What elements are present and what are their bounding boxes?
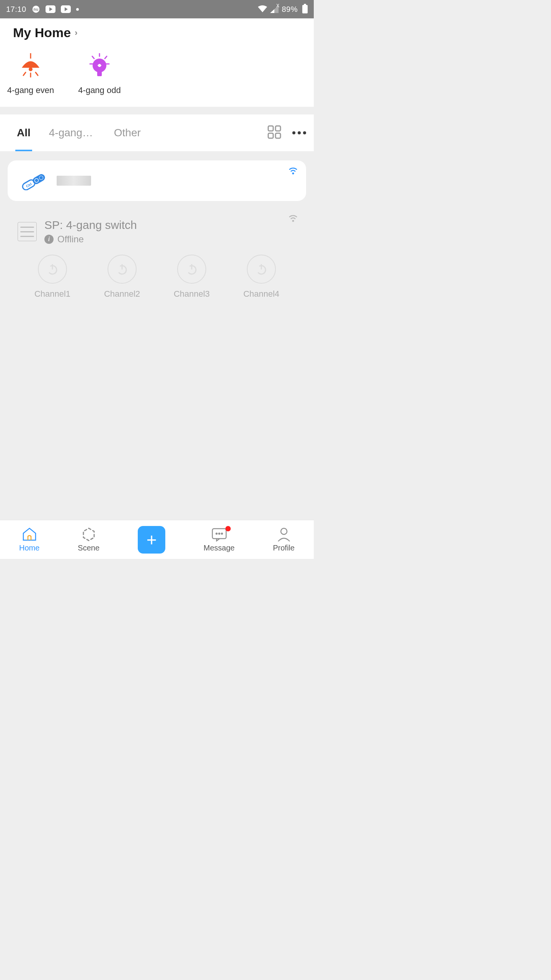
tab-room[interactable]: 4-gang s… [40, 114, 105, 151]
more-icon[interactable] [292, 131, 306, 134]
profile-icon [277, 527, 291, 542]
svg-rect-15 [97, 72, 102, 76]
svg-marker-35 [83, 528, 94, 541]
scene-label: 4-gang even [7, 85, 54, 95]
device-icon: Ctrl [18, 171, 48, 190]
add-device-button[interactable]: + [138, 526, 165, 554]
home-icon [22, 527, 37, 542]
youtube-icon [46, 5, 55, 13]
svg-rect-16 [268, 126, 273, 131]
app-header: My Home › [0, 18, 314, 40]
svg-line-11 [105, 56, 107, 59]
svg-line-10 [92, 56, 94, 59]
notification-badge [225, 526, 231, 531]
notif-icon: nu [32, 5, 40, 13]
nav-profile[interactable]: Profile [273, 527, 295, 552]
switch-icon [18, 222, 37, 241]
youtube-icon [61, 5, 71, 13]
nav-message[interactable]: Message [204, 527, 235, 552]
grid-view-icon[interactable] [267, 125, 282, 141]
status-battery-pct: 89% [282, 5, 298, 14]
device-card-offline[interactable]: SP: 4-gang switch i Offline Channel1 Cha… [8, 208, 306, 310]
status-time: 17:10 [6, 5, 26, 14]
svg-point-20 [292, 173, 294, 175]
info-icon: i [44, 235, 54, 244]
scenes-row: 4-gang even 4-gang odd [0, 40, 314, 107]
svg-point-5 [29, 67, 33, 71]
power-button-ch1[interactable] [38, 255, 67, 284]
wifi-icon [289, 167, 298, 176]
svg-point-37 [216, 533, 217, 534]
device-card[interactable]: Ctrl [8, 160, 306, 201]
room-tabs: All 4-gang s… Other [0, 114, 314, 151]
bottom-nav: Home Scene + Message Profile [0, 520, 314, 559]
wifi-offline-icon [289, 215, 298, 224]
nav-scene[interactable]: Scene [78, 527, 99, 552]
home-title: My Home [13, 25, 71, 40]
bulb-icon [88, 52, 111, 78]
svg-point-39 [221, 533, 222, 534]
power-button-ch4[interactable] [247, 255, 276, 284]
svg-rect-19 [276, 133, 280, 138]
home-selector[interactable]: My Home › [13, 25, 301, 40]
chevron-right-icon: › [75, 28, 77, 38]
channel-label: Channel3 [174, 289, 210, 299]
tab-other[interactable]: Other [105, 114, 150, 151]
channel-label: Channel4 [243, 289, 279, 299]
tab-all[interactable]: All [8, 114, 40, 151]
svg-point-40 [281, 528, 287, 534]
svg-point-38 [218, 533, 220, 534]
channel-label: Channel1 [34, 289, 70, 299]
nav-label: Scene [78, 544, 99, 552]
channel-label: Channel2 [104, 289, 140, 299]
svg-text:nu: nu [33, 7, 38, 11]
svg-point-26 [292, 220, 294, 222]
svg-line-7 [23, 72, 26, 75]
lamp-icon [19, 52, 42, 78]
scene-icon [81, 527, 96, 542]
device-status: Offline [57, 234, 84, 245]
android-status-bar: 17:10 nu X 89% [0, 0, 314, 18]
nav-home[interactable]: Home [19, 527, 39, 552]
device-name: SP: 4-gang switch [44, 219, 137, 232]
scene-label: 4-gang odd [78, 85, 121, 95]
wifi-icon [258, 5, 267, 13]
more-notif-icon [76, 8, 79, 11]
message-icon [211, 527, 227, 542]
battery-icon [302, 5, 308, 13]
svg-rect-17 [276, 126, 280, 131]
device-list[interactable]: Ctrl SP: 4-gang switch i [0, 151, 314, 520]
nav-label: Message [204, 544, 235, 552]
nav-label: Profile [273, 544, 295, 552]
power-button-ch2[interactable] [108, 255, 137, 284]
signal-icon: X [270, 5, 279, 13]
svg-line-8 [36, 72, 38, 75]
scene-item[interactable]: 4-gang even [0, 52, 61, 95]
power-button-ch3[interactable] [177, 255, 206, 284]
svg-rect-18 [268, 133, 273, 138]
device-name [57, 176, 91, 186]
nav-label: Home [19, 544, 39, 552]
scene-item[interactable]: 4-gang odd [69, 52, 130, 95]
